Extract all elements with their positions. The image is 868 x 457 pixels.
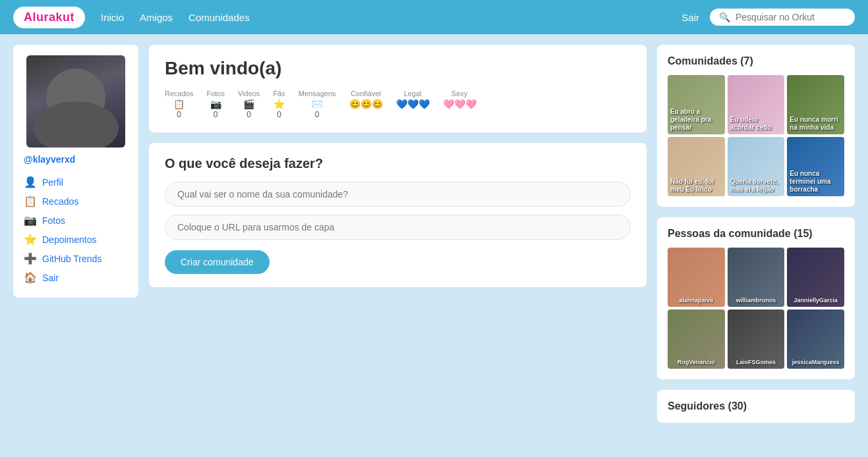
stat-label-confiavel: Confiável <box>351 90 381 97</box>
header-right: Sair 🔍 <box>681 9 855 26</box>
person-item-4[interactable]: RogVenancio <box>668 309 725 369</box>
right-sidebar: Comunidades (7) Eu abro a geladeira pra … <box>657 45 855 423</box>
sidebar-item-fotos[interactable]: 📷 Fotos <box>24 211 128 230</box>
community-thumb-4: Não fui eu, foi meu Eu lírico <box>668 137 725 196</box>
sidebar-item-depoimentos[interactable]: ⭐ Depoimentos <box>24 230 128 249</box>
stat-icon-mensagens: ✉️ <box>312 99 323 109</box>
stat-label-mensagens: Mensagens <box>299 90 336 97</box>
create-community-button[interactable]: Criar comunidade <box>165 250 270 274</box>
nav-amigos[interactable]: Amigos <box>140 12 173 23</box>
community-thumb-5: Queria sorvete, mas era feijão <box>728 137 785 196</box>
person-item-3[interactable]: JanniellyGarcia <box>787 248 844 307</box>
community-item-2[interactable]: Eu odeio acordar cedo <box>728 75 785 134</box>
communities-card: Comunidades (7) Eu abro a geladeira pra … <box>657 45 855 207</box>
community-name-6: Eu nunca terminei uma borracha <box>790 170 842 194</box>
person-thumb-5: LaisFSGomes <box>728 309 785 369</box>
stat-icon-legal: 💙💙💙 <box>396 99 430 109</box>
community-item-4[interactable]: Não fui eu, foi meu Eu lírico <box>668 137 725 196</box>
person-item-2[interactable]: williambrunos <box>728 248 785 307</box>
stat-recados[interactable]: Recados 📋 0 <box>165 90 193 119</box>
sidebar-label-sair: Sair <box>42 273 59 283</box>
sidebar-nav: 👤 Perfil 📋 Recados 📷 Fotos ⭐ Depoimentos… <box>24 173 128 287</box>
main-nav: Inicio Amigos Comunidades <box>101 12 250 23</box>
stat-confiavel[interactable]: Confiável 😊😊😊 <box>349 90 383 119</box>
community-name-input[interactable] <box>165 182 631 207</box>
depoimentos-icon: ⭐ <box>24 233 37 246</box>
stat-label-recados: Recados <box>165 90 193 97</box>
center-content: Bem vindo(a) Recados 📋 0 Fotos 📷 0 Video… <box>149 45 647 423</box>
stat-label-fas: Fãs <box>273 90 285 97</box>
community-thumb-1: Eu abro a geladeira pra pensar <box>668 75 725 134</box>
left-sidebar: @klayverxd 👤 Perfil 📋 Recados 📷 Fotos ⭐ … <box>13 45 138 423</box>
sidebar-item-github[interactable]: ➕ GitHub Trends <box>24 249 128 268</box>
stat-legal[interactable]: Legal 💙💙💙 <box>396 90 430 119</box>
stat-icon-fotos: 📷 <box>210 99 221 109</box>
seguidores-card: Seguidores (30) <box>657 390 855 423</box>
stat-label-fotos: Fotos <box>206 90 225 97</box>
community-item-1[interactable]: Eu abro a geladeira pra pensar <box>668 75 725 134</box>
stat-videos[interactable]: Videos 🎬 0 <box>238 90 260 119</box>
community-name-5: Queria sorvete, mas era feijão <box>730 178 782 194</box>
person-name-2: williambrunos <box>736 297 776 304</box>
stat-icon-confiavel: 😊😊😊 <box>349 99 383 109</box>
sidebar-label-fotos: Fotos <box>42 215 65 226</box>
perfil-icon: 👤 <box>24 176 37 188</box>
person-thumb-3: JanniellyGarcia <box>787 248 844 307</box>
sidebar-label-recados: Recados <box>42 196 78 207</box>
person-item-1[interactable]: alannapaiva <box>668 248 725 307</box>
welcome-card: Bem vindo(a) Recados 📋 0 Fotos 📷 0 Video… <box>149 45 647 132</box>
stat-label-videos: Videos <box>238 90 260 97</box>
community-name-1: Eu abro a geladeira pra pensar <box>670 108 722 132</box>
stat-mensagens[interactable]: Mensagens ✉️ 0 <box>299 90 336 119</box>
sidebar-label-depoimentos: Depoimentos <box>42 234 97 245</box>
person-name-5: LaisFSGomes <box>736 359 776 366</box>
person-thumb-2: williambrunos <box>728 248 785 307</box>
header: Alurakut Inicio Amigos Comunidades Sair … <box>0 0 868 34</box>
person-name-4: RogVenancio <box>678 359 715 366</box>
stat-icon-sexy: 🩷🩷🩷 <box>443 99 477 109</box>
stat-count-videos: 0 <box>246 110 251 119</box>
person-thumb-4: RogVenancio <box>668 309 725 369</box>
github-icon: ➕ <box>24 252 37 265</box>
person-name-6: jessicaMarquess <box>792 359 840 366</box>
person-thumb-1: alannapaiva <box>668 248 725 307</box>
person-item-5[interactable]: LaisFSGomes <box>728 309 785 369</box>
nav-comunidades[interactable]: Comunidades <box>188 12 250 23</box>
recados-icon: 📋 <box>24 195 37 207</box>
sidebar-label-perfil: Perfil <box>42 177 63 188</box>
sidebar-item-recados[interactable]: 📋 Recados <box>24 192 128 211</box>
nav-inicio[interactable]: Inicio <box>101 12 124 23</box>
sidebar-label-github: GitHub Trends <box>42 254 101 264</box>
community-name-4: Não fui eu, foi meu Eu lírico <box>670 178 722 194</box>
people-grid: alannapaiva williambrunos JanniellyGarci… <box>668 248 844 369</box>
stat-count-recados: 0 <box>177 110 181 119</box>
stat-count-mensagens: 0 <box>315 110 320 119</box>
avatar-image <box>26 55 125 148</box>
people-title: Pessoas da comunidade (15) <box>668 228 844 240</box>
community-item-6[interactable]: Eu nunca terminei uma borracha <box>787 137 844 196</box>
avatar <box>26 55 125 148</box>
person-thumb-6: jessicaMarquess <box>787 309 844 369</box>
username[interactable]: @klayverxd <box>24 154 75 165</box>
community-item-5[interactable]: Queria sorvete, mas era feijão <box>728 137 785 196</box>
person-item-6[interactable]: jessicaMarquess <box>787 309 844 369</box>
create-community-card: O que você deseja fazer? Criar comunidad… <box>149 143 647 287</box>
stat-label-sexy: Sexy <box>451 90 467 97</box>
person-name-1: alannapaiva <box>680 297 714 304</box>
stat-fotos[interactable]: Fotos 📷 0 <box>206 90 225 119</box>
community-url-input[interactable] <box>165 215 631 240</box>
stat-icon-recados: 📋 <box>173 99 185 109</box>
sidebar-item-sair[interactable]: 🏠 Sair <box>24 268 128 287</box>
logo[interactable]: Alurakut <box>13 7 85 28</box>
stat-fas[interactable]: Fãs ⭐ 0 <box>273 90 285 119</box>
stat-count-fas: 0 <box>277 110 281 119</box>
home-icon: 🏠 <box>24 271 37 284</box>
search-input[interactable] <box>736 12 846 22</box>
stat-sexy[interactable]: Sexy 🩷🩷🩷 <box>443 90 477 119</box>
community-thumb-3: Eu nunca morri na minha vida <box>787 75 844 134</box>
community-item-3[interactable]: Eu nunca morri na minha vida <box>787 75 844 134</box>
stat-label-legal: Legal <box>404 90 422 97</box>
sair-button[interactable]: Sair <box>681 12 699 23</box>
sidebar-item-perfil[interactable]: 👤 Perfil <box>24 173 128 192</box>
people-card: Pessoas da comunidade (15) alannapaiva w… <box>657 217 855 379</box>
